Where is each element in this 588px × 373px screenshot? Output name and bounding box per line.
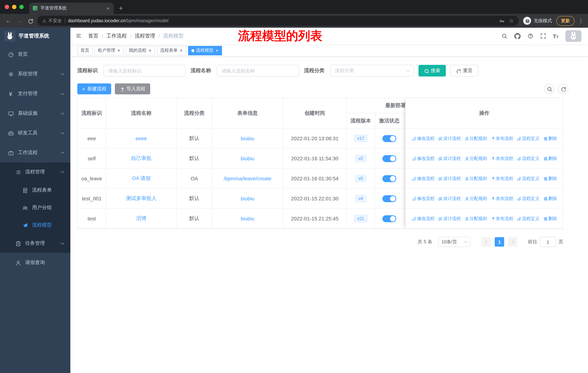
delete-link[interactable]: 删除	[543, 135, 557, 141]
back-button[interactable]: ←	[4, 18, 12, 24]
chrome-update-button[interactable]: 更新	[556, 16, 575, 26]
design-process-link[interactable]: 设计流程	[438, 135, 461, 141]
publish-process-link[interactable]: 发布流程	[490, 215, 513, 222]
sidebar-item-infrastructure[interactable]: 基础设施	[0, 103, 70, 123]
close-icon[interactable]: ×	[148, 48, 152, 53]
sidebar-item-process-model[interactable]: 流程模型	[0, 216, 70, 234]
new-tab-button[interactable]: +	[119, 5, 123, 12]
page-size-select[interactable]: 10条/页	[438, 237, 470, 247]
import-process-button[interactable]: 导入流程	[115, 83, 150, 94]
form-info-link[interactable]: biubiu	[241, 135, 254, 141]
app-logo[interactable]: 芋道管理系统	[0, 28, 70, 44]
sidebar-item-task-mgmt[interactable]: 任务管理	[0, 234, 70, 253]
bookmark-star-icon[interactable]: ☆	[509, 18, 514, 24]
assign-rules-link[interactable]: 分配规则	[464, 195, 487, 202]
form-info-link[interactable]: biubiu	[241, 196, 254, 202]
zoom-window-button[interactable]	[19, 5, 24, 9]
forward-button[interactable]: →	[15, 18, 23, 24]
help-icon[interactable]	[527, 33, 533, 39]
assign-rules-link[interactable]: 分配规则	[464, 175, 487, 181]
delete-link[interactable]: 删除	[543, 155, 557, 161]
process-name-link[interactable]: 滔博	[136, 215, 146, 222]
tag-tenant-mgmt[interactable]: 租户管理 ×	[94, 46, 124, 55]
tab-close-icon[interactable]: ×	[106, 5, 110, 11]
form-info-link[interactable]: /bpm/oa/leave/create	[224, 176, 271, 181]
browser-menu-icon[interactable]: ⋮	[578, 18, 584, 24]
process-name-link[interactable]: eeee	[136, 135, 147, 141]
design-process-link[interactable]: 设计流程	[438, 155, 461, 161]
process-category-select[interactable]: 流程分类	[330, 65, 414, 77]
active-status-toggle[interactable]	[382, 175, 396, 182]
delete-link[interactable]: 删除	[543, 195, 557, 202]
design-process-link[interactable]: 设计流程	[438, 215, 461, 222]
delete-link[interactable]: 删除	[543, 175, 557, 181]
form-info-link[interactable]: biubiu	[241, 156, 254, 161]
modify-process-link[interactable]: 修改流程	[411, 155, 435, 161]
breadcrumb-item[interactable]: 流程管理	[135, 33, 155, 39]
search-button[interactable]: 搜索	[419, 65, 446, 77]
create-process-button[interactable]: + 新建流程	[77, 83, 111, 94]
refresh-table-button[interactable]	[558, 84, 568, 94]
github-icon[interactable]	[514, 33, 520, 39]
assign-rules-link[interactable]: 分配规则	[464, 215, 487, 222]
process-definition-link[interactable]: 流程定义	[516, 215, 539, 222]
close-icon[interactable]: ×	[117, 48, 120, 53]
close-window-button[interactable]	[5, 5, 9, 9]
sidebar-item-leave-query[interactable]: 请假查询	[0, 253, 70, 272]
sidebar-item-home[interactable]: 首页	[0, 44, 70, 64]
close-icon[interactable]: ×	[179, 48, 183, 53]
modify-process-link[interactable]: 修改流程	[411, 215, 435, 222]
active-status-toggle[interactable]	[382, 195, 396, 202]
modify-process-link[interactable]: 修改流程	[411, 135, 435, 141]
prev-page-button[interactable]	[482, 237, 491, 247]
reset-button[interactable]: 重置	[450, 65, 478, 77]
browser-tab[interactable]: 芋道管理系统 ×	[29, 2, 114, 14]
version-badge[interactable]: v5	[355, 175, 366, 182]
address-bar[interactable]: ⚠ 不安全 dashboard.yudao.iocoder.cn/bpm/man…	[37, 16, 519, 26]
version-badge[interactable]: v17	[354, 135, 368, 142]
tag-my-process[interactable]: 我的流程 ×	[126, 46, 155, 55]
active-status-toggle[interactable]	[382, 215, 396, 222]
sidebar-item-payment[interactable]: ¥ 支付管理	[0, 84, 70, 103]
sidebar-item-user-group[interactable]: 用户分组	[0, 199, 70, 216]
breadcrumb-item[interactable]: 首页	[88, 33, 98, 39]
design-process-link[interactable]: 设计流程	[438, 175, 461, 181]
sidebar-item-process-mgmt[interactable]: 流程管理	[0, 162, 70, 181]
publish-process-link[interactable]: 发布流程	[490, 195, 513, 202]
password-key-icon[interactable]	[499, 18, 505, 23]
page-number-current[interactable]: 1	[495, 237, 504, 247]
modify-process-link[interactable]: 修改流程	[411, 175, 435, 181]
process-definition-link[interactable]: 流程定义	[516, 195, 539, 202]
active-status-toggle[interactable]	[382, 155, 396, 162]
tag-process-model-active[interactable]: 流程模型 ×	[188, 46, 222, 55]
publish-process-link[interactable]: 发布流程	[490, 135, 513, 141]
security-warning[interactable]: ⚠ 不安全	[42, 18, 62, 24]
version-badge[interactable]: v4	[355, 195, 366, 202]
fullscreen-icon[interactable]	[540, 33, 546, 39]
next-page-button[interactable]	[508, 237, 517, 247]
hamburger-icon[interactable]	[76, 33, 82, 39]
close-icon[interactable]: ×	[215, 48, 219, 53]
font-size-icon[interactable]: TT	[553, 33, 558, 39]
process-name-link[interactable]: OA 请假	[132, 175, 151, 182]
sidebar-item-process-form[interactable]: 流程表单	[0, 181, 70, 199]
show-search-button[interactable]	[544, 84, 555, 94]
process-id-input[interactable]	[104, 65, 186, 77]
process-name-link[interactable]: 自己审批	[131, 155, 151, 162]
publish-process-link[interactable]: 发布流程	[490, 175, 513, 181]
active-status-toggle[interactable]	[382, 135, 396, 142]
minimize-window-button[interactable]	[12, 5, 16, 9]
modify-process-link[interactable]: 修改流程	[411, 195, 435, 202]
delete-link[interactable]: 删除	[543, 215, 557, 222]
design-process-link[interactable]: 设计流程	[438, 195, 461, 202]
publish-process-link[interactable]: 发布流程	[490, 155, 513, 161]
breadcrumb-item[interactable]: 工作流程	[106, 33, 127, 39]
process-definition-link[interactable]: 流程定义	[516, 135, 539, 141]
process-definition-link[interactable]: 流程定义	[516, 175, 539, 181]
tag-home[interactable]: 首页	[77, 46, 93, 55]
form-info-link[interactable]: biubiu	[241, 216, 254, 222]
tag-process-form[interactable]: 流程表单 ×	[157, 46, 186, 55]
assign-rules-link[interactable]: 分配规则	[464, 135, 487, 141]
goto-page-input[interactable]	[540, 237, 556, 247]
version-badge[interactable]: v21	[354, 215, 368, 222]
